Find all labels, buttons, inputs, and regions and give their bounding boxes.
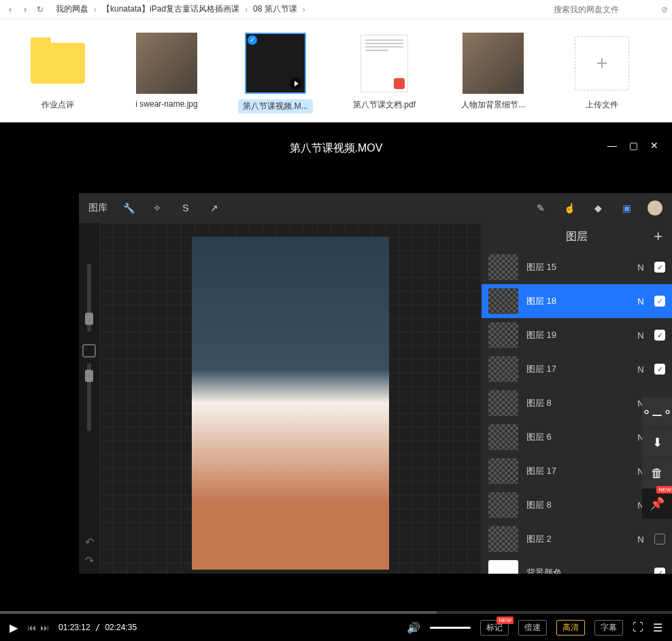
video-title: 第八节课视频.MOV bbox=[0, 141, 672, 156]
delete-button[interactable]: 🗑 bbox=[642, 458, 672, 488]
layer-row[interactable]: 图层 18 N ✓ bbox=[482, 284, 672, 318]
nav-refresh[interactable]: ↻ bbox=[34, 3, 46, 16]
search-clear-icon[interactable]: ⊘ bbox=[661, 5, 668, 14]
layer-thumbnail bbox=[488, 458, 518, 484]
add-layer-button[interactable]: + bbox=[654, 228, 662, 245]
search-input[interactable] bbox=[550, 3, 658, 16]
redo-button[interactable]: ↷ bbox=[85, 554, 94, 567]
nav-back[interactable]: ‹ bbox=[4, 3, 16, 16]
wand-icon[interactable]: ✧ bbox=[150, 201, 165, 215]
volume-icon[interactable]: 🔊 bbox=[407, 621, 420, 634]
share-button[interactable]: ⚬⚊⚬ bbox=[642, 397, 672, 427]
left-sidebar: ↶ ↷ bbox=[79, 223, 99, 574]
layer-thumbnail bbox=[488, 356, 518, 382]
crumb-1[interactable]: 【kunatata】iPad复古童话风格插画课 bbox=[99, 3, 242, 15]
fullscreen-button[interactable]: ⛶ bbox=[633, 621, 643, 634]
blend-mode[interactable]: N bbox=[635, 262, 646, 273]
blend-mode[interactable]: N bbox=[635, 330, 646, 341]
layer-thumbnail bbox=[488, 390, 518, 416]
crumb-2[interactable]: 08 第八节课 bbox=[250, 3, 300, 15]
subtitle-button[interactable]: 字幕 bbox=[594, 620, 623, 636]
layer-thumbnail bbox=[488, 492, 518, 518]
visibility-checkbox[interactable]: ✓ bbox=[654, 330, 665, 341]
tag-button[interactable]: 标记NEW bbox=[480, 620, 509, 636]
video-thumbnail bbox=[245, 33, 306, 94]
blend-mode[interactable]: N bbox=[635, 534, 646, 544]
visibility-checkbox[interactable]: ✓ bbox=[654, 364, 665, 375]
speed-button[interactable]: 倍速 bbox=[518, 620, 547, 636]
layer-row[interactable]: 图层 17 N ✓ bbox=[482, 352, 672, 386]
layers-icon[interactable]: ▣ bbox=[619, 201, 634, 215]
canvas-area[interactable] bbox=[99, 223, 482, 574]
layer-row[interactable]: 图层 2 N bbox=[482, 522, 672, 556]
visibility-checkbox[interactable]: ✓ bbox=[654, 568, 665, 574]
layer-name: 图层 8 bbox=[526, 499, 627, 511]
pin-button[interactable]: 📌NEW bbox=[642, 489, 672, 519]
layer-name: 图层 19 bbox=[526, 329, 627, 341]
blend-mode[interactable]: N bbox=[635, 296, 646, 307]
play-icon bbox=[290, 77, 302, 90]
visibility-checkbox[interactable]: ✓ bbox=[654, 262, 665, 273]
layer-name: 图层 2 bbox=[526, 533, 627, 545]
minimize-button[interactable]: — bbox=[607, 140, 617, 151]
layer-thumbnail bbox=[488, 254, 518, 280]
layer-name: 图层 8 bbox=[526, 397, 627, 409]
maximize-button[interactable]: ▢ bbox=[629, 140, 638, 151]
file-item-video-selected[interactable]: 第八节课视频.M... bbox=[238, 33, 313, 109]
crumb-root[interactable]: 我的网盘 bbox=[53, 3, 91, 15]
pdf-thumbnail bbox=[360, 35, 408, 92]
brush-icon[interactable]: ✎ bbox=[533, 201, 548, 215]
video-player: 第八节课视频.MOV — ▢ ✕ 图库 🔧 ✧ S ↗ ✎ ☝ ◆ ▣ ↶ bbox=[0, 122, 672, 641]
layer-name: 图层 17 bbox=[526, 465, 627, 477]
gallery-button[interactable]: 图库 bbox=[88, 202, 107, 214]
layer-name: 图层 18 bbox=[526, 295, 627, 307]
close-button[interactable]: ✕ bbox=[650, 140, 658, 151]
file-item-upload[interactable]: + 上传文件 bbox=[565, 33, 639, 109]
layer-name: 背景颜色 bbox=[526, 567, 627, 574]
blend-mode[interactable]: N bbox=[635, 364, 646, 375]
background-layer-row[interactable]: 背景颜色 ✓ bbox=[482, 556, 672, 574]
volume-slider[interactable] bbox=[430, 627, 471, 629]
next-button[interactable]: ⏭ bbox=[40, 623, 49, 633]
new-badge: NEW bbox=[656, 486, 672, 493]
play-button[interactable]: ▶ bbox=[10, 621, 18, 634]
undo-button[interactable]: ↶ bbox=[85, 536, 94, 549]
visibility-checkbox[interactable] bbox=[654, 534, 665, 544]
prev-button[interactable]: ⏮ bbox=[27, 623, 36, 633]
image-thumbnail bbox=[463, 33, 524, 94]
pdf-badge-icon bbox=[394, 78, 405, 89]
layer-row[interactable]: 图层 15 N ✓ bbox=[482, 250, 672, 284]
image-thumbnail bbox=[136, 33, 197, 94]
brush-size-slider[interactable] bbox=[87, 264, 91, 332]
eraser-icon[interactable]: ◆ bbox=[590, 201, 605, 215]
download-button[interactable]: ⬇ bbox=[642, 428, 672, 457]
arrow-icon[interactable]: ↗ bbox=[207, 201, 222, 215]
quality-button[interactable]: 高清 bbox=[556, 620, 585, 636]
nav-forward[interactable]: › bbox=[19, 3, 31, 16]
breadcrumb: 我的网盘 › 【kunatata】iPad复古童话风格插画课 › 08 第八节课… bbox=[53, 3, 307, 15]
file-item-folder[interactable]: 作业点评 bbox=[20, 33, 95, 109]
modify-button[interactable] bbox=[82, 344, 96, 358]
color-picker[interactable] bbox=[648, 201, 662, 215]
opacity-slider[interactable] bbox=[87, 363, 91, 431]
layer-thumbnail bbox=[488, 526, 518, 552]
select-icon[interactable]: S bbox=[178, 201, 193, 215]
playlist-button[interactable]: ☰ bbox=[653, 621, 662, 634]
file-item-pdf[interactable]: 第八节课文档.pdf bbox=[347, 33, 422, 109]
layers-title: 图层 bbox=[566, 230, 588, 244]
layer-thumbnail bbox=[488, 560, 518, 574]
upload-icon: + bbox=[575, 36, 629, 90]
procreate-screenshot: 图库 🔧 ✧ S ↗ ✎ ☝ ◆ ▣ ↶ ↷ bbox=[79, 193, 672, 574]
layer-name: 图层 17 bbox=[526, 363, 627, 375]
layer-thumbnail bbox=[488, 424, 518, 450]
file-item-image[interactable]: i swear-name.jpg bbox=[129, 33, 204, 109]
file-item-image-2[interactable]: 人物加背景细节... bbox=[456, 33, 531, 109]
visibility-checkbox[interactable]: ✓ bbox=[654, 296, 665, 307]
layer-name: 图层 15 bbox=[526, 261, 627, 273]
layer-name: 图层 6 bbox=[526, 431, 627, 443]
smudge-icon[interactable]: ☝ bbox=[562, 201, 577, 215]
time-display: 01:23:12 / 02:24:35 bbox=[58, 623, 137, 632]
wrench-icon[interactable]: 🔧 bbox=[121, 201, 136, 215]
layer-thumbnail bbox=[488, 288, 518, 314]
layer-row[interactable]: 图层 19 N ✓ bbox=[482, 318, 672, 352]
